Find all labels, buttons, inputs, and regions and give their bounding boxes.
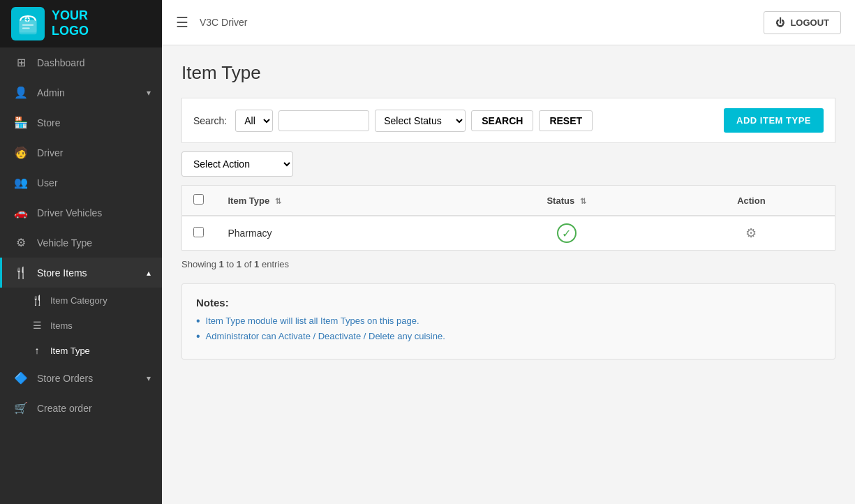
- sidebar-item-store-items[interactable]: 🍴 Store Items ▴: [0, 258, 162, 288]
- chevron-down-icon: ▾: [147, 88, 151, 98]
- user-icon: 👥: [13, 176, 29, 189]
- item-type-value: Pharmacy: [228, 228, 272, 239]
- add-item-type-button[interactable]: ADD ITEM TYPE: [724, 108, 824, 133]
- page-title: Item Type: [181, 62, 835, 84]
- action-column-label: Action: [737, 195, 765, 206]
- status-filter-select[interactable]: Select Status Active Inactive: [375, 110, 466, 132]
- reset-button[interactable]: RESET: [539, 110, 593, 131]
- pagination-showing-text: Showing: [181, 259, 218, 269]
- sort-icon: ⇅: [580, 197, 586, 205]
- table-row: Pharmacy ✓ ⚙: [182, 216, 835, 251]
- sidebar-item-vehicle-type[interactable]: ⚙ Vehicle Type: [0, 228, 162, 258]
- pagination-of-text: of: [241, 259, 254, 269]
- sidebar-item-label: Admin: [37, 87, 138, 98]
- item-category-icon: 🍴: [31, 295, 43, 306]
- logo-text: YOUR LOGO: [52, 8, 89, 38]
- status-active-icon: ✓: [557, 223, 577, 243]
- sidebar-sub-item-label: Items: [50, 320, 73, 331]
- sort-icon: ⇅: [275, 197, 281, 205]
- vehicle-type-icon: ⚙: [13, 236, 29, 249]
- main-area: ☰ V3C Driver ⏻ LOGOUT Item Type Search: …: [162, 0, 855, 504]
- sidebar-item-label: User: [37, 177, 151, 188]
- search-label: Search:: [193, 115, 227, 126]
- store-orders-icon: 🔷: [13, 371, 29, 385]
- sidebar-item-label: Vehicle Type: [37, 237, 151, 249]
- gear-action-icon[interactable]: ⚙: [741, 223, 761, 243]
- sidebar-item-item-type[interactable]: ↑ Item Type: [0, 338, 162, 363]
- search-bar: Search: All Select Status Active Inactiv…: [181, 98, 835, 143]
- sidebar-item-store-orders[interactable]: 🔷 Store Orders ▾: [0, 363, 162, 393]
- sidebar-item-driver[interactable]: 🧑 Driver: [0, 138, 162, 168]
- notes-item-text: Item Type module will list all Item Type…: [206, 316, 419, 326]
- item-type-icon: ↑: [31, 345, 43, 356]
- search-filter-select[interactable]: All: [235, 110, 273, 132]
- items-icon: ☰: [31, 320, 43, 331]
- chevron-up-icon: ▴: [147, 268, 151, 278]
- pagination-to: 1: [237, 259, 241, 269]
- sidebar-item-store[interactable]: 🏪 Store: [0, 108, 162, 138]
- sidebar-item-admin[interactable]: 👤 Admin ▾: [0, 77, 162, 108]
- logout-button[interactable]: ⏻ LOGOUT: [764, 11, 841, 34]
- item-type-column-label: Item Type: [228, 195, 270, 206]
- car-icon: 🚗: [13, 206, 29, 219]
- row-status-cell: ✓: [465, 216, 667, 251]
- topbar: ☰ V3C Driver ⏻ LOGOUT: [162, 0, 855, 45]
- sidebar-item-label: Store: [37, 117, 151, 128]
- action-select[interactable]: Select Action Delete Activate Deactivate: [181, 151, 293, 177]
- row-action-cell: ⚙: [668, 216, 835, 251]
- select-all-checkbox[interactable]: [193, 194, 204, 205]
- driver-icon: 🧑: [13, 146, 29, 159]
- sidebar-item-item-category[interactable]: 🍴 Item Category: [0, 288, 162, 313]
- sidebar-item-label: Dashboard: [37, 57, 151, 68]
- sidebar-item-label: Driver Vehicles: [37, 207, 151, 218]
- store-icon: 🏪: [13, 116, 29, 129]
- store-items-icon: 🍴: [13, 266, 29, 279]
- main-content: Item Type Search: All Select Status Acti…: [162, 45, 855, 504]
- sidebar-item-label: Store Orders: [37, 373, 138, 384]
- search-button[interactable]: SEARCH: [471, 110, 533, 131]
- pagination-to-text: to: [224, 259, 237, 269]
- power-icon: ⏻: [775, 17, 785, 28]
- sidebar-item-label: Store Items: [37, 267, 138, 279]
- table-header-checkbox: [182, 186, 217, 216]
- action-bar: Select Action Delete Activate Deactivate: [181, 151, 835, 177]
- chevron-down-icon: ▾: [147, 373, 151, 383]
- sidebar-logo: YOUR LOGO: [0, 0, 162, 47]
- status-column-label: Status: [547, 195, 574, 206]
- sidebar-item-items[interactable]: ☰ Items: [0, 313, 162, 338]
- sidebar-sub-item-label: Item Category: [50, 295, 107, 306]
- sidebar-item-dashboard[interactable]: ⊞ Dashboard: [0, 47, 162, 77]
- row-checkbox-cell: [182, 216, 217, 251]
- search-input[interactable]: [278, 110, 369, 131]
- notes-list: Item Type module will list all Item Type…: [196, 316, 821, 342]
- topbar-title: V3C Driver: [200, 17, 247, 28]
- notes-title: Notes:: [196, 297, 821, 309]
- sidebar-sub-item-label: Item Type: [50, 346, 90, 356]
- logo-icon: [11, 7, 45, 40]
- notes-item-2: Administrator can Activate / Deactivate …: [196, 331, 821, 342]
- create-order-icon: 🛒: [13, 401, 29, 415]
- sidebar-item-create-order[interactable]: 🛒 Create order: [0, 393, 162, 423]
- table-header-item-type[interactable]: Item Type ⇅: [217, 186, 466, 216]
- row-item-type-cell: Pharmacy: [217, 216, 466, 251]
- sidebar-item-driver-vehicles[interactable]: 🚗 Driver Vehicles: [0, 198, 162, 228]
- sidebar-item-label: Create order: [37, 403, 151, 414]
- logout-label: LOGOUT: [790, 17, 829, 28]
- sidebar-item-label: Driver: [37, 147, 151, 158]
- hamburger-menu-button[interactable]: ☰: [176, 14, 188, 31]
- sidebar-navigation: ⊞ Dashboard 👤 Admin ▾ 🏪 Store 🧑 Driver 👥…: [0, 47, 162, 504]
- admin-icon: 👤: [13, 86, 29, 99]
- item-type-table: Item Type ⇅ Status ⇅ Action: [181, 185, 835, 251]
- table-header-status[interactable]: Status ⇅: [465, 186, 667, 216]
- pagination-info: Showing 1 to 1 of 1 entries: [181, 259, 835, 269]
- pagination-from: 1: [218, 259, 223, 269]
- sidebar-item-user[interactable]: 👥 User: [0, 168, 162, 198]
- dashboard-icon: ⊞: [13, 56, 29, 69]
- notes-item-1: Item Type module will list all Item Type…: [196, 316, 821, 327]
- row-checkbox[interactable]: [193, 227, 204, 237]
- notes-box: Notes: Item Type module will list all It…: [181, 283, 835, 360]
- sidebar: YOUR LOGO ⊞ Dashboard 👤 Admin ▾ 🏪 Store …: [0, 0, 162, 504]
- pagination-entries-text: entries: [259, 259, 289, 269]
- notes-item-text: Administrator can Activate / Deactivate …: [206, 331, 445, 341]
- table-header-action: Action: [668, 186, 835, 216]
